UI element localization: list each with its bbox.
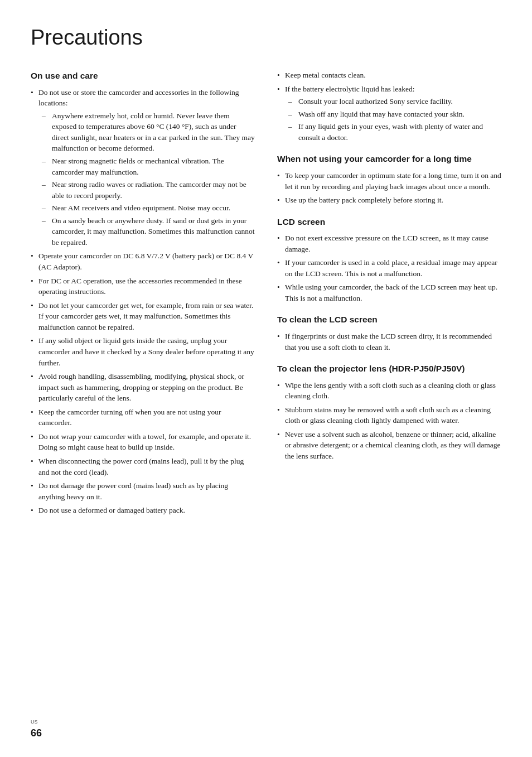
list-item: If any liquid gets in your eyes, wash wi… [288,121,501,143]
list-item: Stubborn stains may be removed with a so… [277,404,501,426]
battery-list: Keep metal contacts clean. If the batter… [277,70,501,143]
left-column: On use and care Do not use or store the … [31,70,255,526]
list-item: Near strong radio waves or radiation. Th… [42,179,255,201]
list-item: If the battery electrolytic liquid has l… [277,84,501,143]
list-item: On a sandy beach or anywhere dusty. If s… [42,215,255,248]
section-when-not-using: When not using your camcorder for a long… [277,153,501,205]
list-item: Do not exert excessive pressure on the L… [277,233,501,254]
list-item: Consult your local authorized Sony servi… [288,96,501,107]
list-item: Do not let your camcorder get wet, for e… [31,300,255,333]
list-item: Near strong magnetic fields or mechanica… [42,156,255,177]
list-item: Wipe the lens gently with a soft cloth s… [277,380,501,402]
list-item: To keep your camcorder in optimum state … [277,170,501,192]
section-clean-projector: To clean the projector lens (HDR-PJ50/PJ… [277,363,501,461]
section-clean-lcd: To clean the LCD screen If fingerprints … [277,314,501,353]
list-item: If any solid object or liquid gets insid… [31,335,255,368]
list-item: While using your camcorder, the back of … [277,282,501,303]
list-item: Anywhere extremely hot, cold or humid. N… [42,110,255,154]
main-content: On use and care Do not use or store the … [31,70,501,526]
heading-clean-lcd: To clean the LCD screen [277,314,501,326]
list-item: If fingerprints or dust make the LCD scr… [277,331,501,353]
country-code: US [31,719,42,726]
list-item: Operate your camcorder on DC 6.8 V/7.2 V… [31,250,255,272]
list-item: For DC or AC operation, use the accessor… [31,276,255,297]
section-battery: Keep metal contacts clean. If the batter… [277,70,501,143]
list-item: Do not damage the power cord (mains lead… [31,480,255,502]
list-item: Never use a solvent such as alcohol, ben… [277,429,501,462]
sub-list: Consult your local authorized Sony servi… [288,96,501,143]
list-item: Do not use or store the camcorder and ac… [31,87,255,248]
list-item: If your camcorder is used in a cold plac… [277,257,501,279]
heading-lcd-screen: LCD screen [277,216,501,228]
list-item: Do not use a deformed or damaged battery… [31,505,255,516]
list-item: Use up the battery pack completely befor… [277,195,501,206]
when-not-using-list: To keep your camcorder in optimum state … [277,170,501,206]
page-number: 66 [31,727,42,739]
heading-when-not-using: When not using your camcorder for a long… [277,153,501,165]
heading-on-use-and-care: On use and care [31,70,255,82]
on-use-and-care-list: Do not use or store the camcorder and ac… [31,87,255,516]
list-item: Keep metal contacts clean. [277,70,501,81]
list-item: Do not wrap your camcorder with a towel,… [31,431,255,453]
list-item: Keep the camcorder turning off when you … [31,407,255,428]
page-title: Precautions [31,22,501,53]
right-column: Keep metal contacts clean. If the batter… [277,70,501,526]
list-item: Near AM receivers and video equipment. N… [42,202,255,214]
list-item: Wash off any liquid that may have contac… [288,109,501,120]
list-item: Avoid rough handling, disassembling, mod… [31,371,255,404]
clean-lcd-list: If fingerprints or dust make the LCD scr… [277,331,501,353]
clean-projector-list: Wipe the lens gently with a soft cloth s… [277,380,501,462]
page-footer: US 66 [31,719,42,740]
section-lcd-screen: LCD screen Do not exert excessive pressu… [277,216,501,304]
heading-clean-projector: To clean the projector lens (HDR-PJ50/PJ… [277,363,501,375]
list-item: When disconnecting the power cord (mains… [31,456,255,478]
section-on-use-and-care: On use and care Do not use or store the … [31,70,255,516]
lcd-screen-list: Do not exert excessive pressure on the L… [277,233,501,303]
sub-list: Anywhere extremely hot, cold or humid. N… [42,110,255,248]
